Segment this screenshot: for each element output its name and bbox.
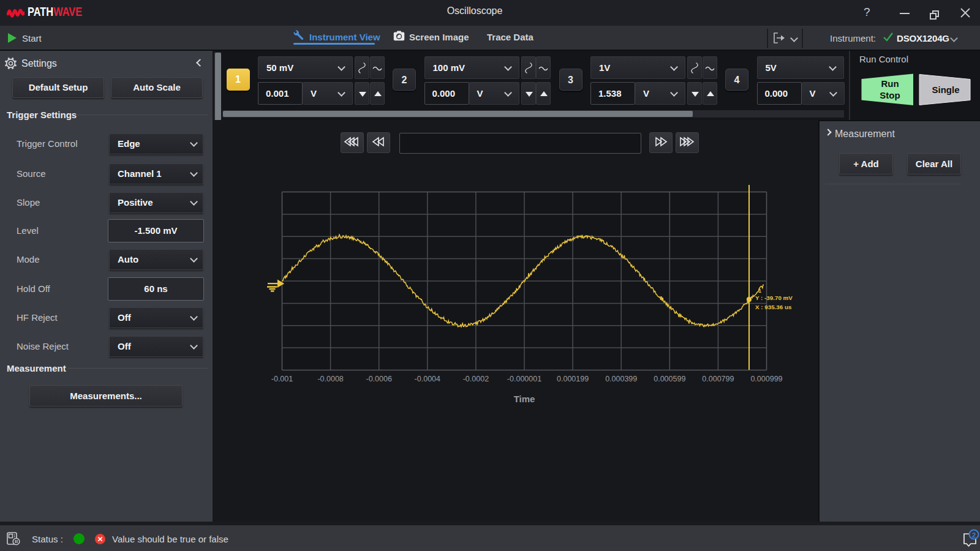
- svg-text:Y : -39.70 mV: Y : -39.70 mV: [755, 294, 793, 301]
- svg-text:2: 2: [972, 531, 976, 539]
- svg-text:-0.001: -0.001: [271, 375, 293, 383]
- svg-text:0.000399: 0.000399: [605, 375, 637, 383]
- svg-text:-0.0008: -0.0008: [317, 375, 343, 383]
- svg-text:0.000999: 0.000999: [750, 375, 782, 383]
- svg-text:-0.000001: -0.000001: [507, 375, 541, 383]
- svg-text:Run: Run: [881, 78, 899, 89]
- svg-text:0.000799: 0.000799: [702, 375, 734, 383]
- svg-text:Stop: Stop: [880, 90, 900, 100]
- svg-text:-0.0002: -0.0002: [463, 375, 489, 383]
- svg-text:Single: Single: [932, 84, 959, 95]
- svg-text:1: 1: [758, 288, 761, 294]
- svg-text:X : 935.36 us: X : 935.36 us: [755, 304, 792, 310]
- svg-text:Time: Time: [514, 394, 535, 404]
- svg-text:0.000199: 0.000199: [557, 375, 589, 383]
- svg-text:-0.0004: -0.0004: [415, 375, 440, 383]
- svg-text:0.000599: 0.000599: [654, 375, 685, 383]
- svg-text:-0.0006: -0.0006: [366, 375, 391, 383]
